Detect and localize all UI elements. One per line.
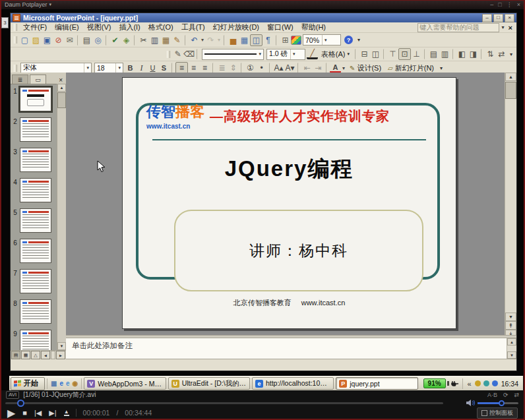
notes-scroll-down-icon[interactable]: ▼ [507, 351, 516, 359]
expand-all-icon[interactable]: ¶ [262, 35, 274, 45]
underline-button[interactable]: U [147, 63, 158, 73]
volume-thumb[interactable] [499, 400, 505, 406]
line-style-caret-icon[interactable]: ▾ [259, 51, 262, 57]
taskbar-clock[interactable]: 16:34 [501, 380, 518, 388]
thumbnail-9[interactable]: 9 [11, 330, 57, 350]
bullets-button[interactable]: • [256, 63, 267, 73]
slides-tab[interactable]: ▭ [30, 75, 46, 84]
italic-button[interactable]: I [136, 63, 147, 73]
player-close-icon[interactable]: × [517, 1, 520, 8]
ppt-restore-icon[interactable]: □ [493, 14, 503, 22]
eject-button[interactable]: ▲ [64, 409, 69, 416]
main-scrollbar[interactable]: ▲ ▼ ↟ ↡ [505, 73, 516, 338]
menu-help[interactable]: 帮助(H) [297, 22, 330, 32]
previous-slide-button[interactable]: ↟ [505, 321, 516, 330]
task-webappdom3[interactable]: V WebAppDom3 - Microsof... [84, 377, 166, 390]
toolbar-handle[interactable] [167, 51, 170, 58]
scroll-down-icon[interactable]: ▼ [505, 313, 516, 321]
slide-title[interactable]: JQuery编程 [123, 154, 456, 184]
border-color-icon[interactable]: ╱ [307, 49, 318, 59]
helpbox-caret-icon[interactable]: ▾ [502, 24, 505, 30]
save-icon[interactable]: ▣ [42, 35, 53, 45]
help-question-box[interactable]: 键入需要帮助的问题 [417, 23, 499, 32]
show-desktop-icon[interactable]: ▦ [51, 380, 57, 387]
thumbnail-preview[interactable] [20, 117, 51, 142]
task-localhost[interactable]: e http://localhost:1039/练... [252, 377, 334, 390]
color-grayscale-icon[interactable] [291, 36, 301, 45]
menu-file[interactable]: 文件(F) [19, 22, 51, 32]
video-area[interactable]: 3 Microsoft PowerPoint - [jquery.ppt] –□… [1, 9, 524, 390]
thumbnail-6[interactable]: 6 [11, 239, 57, 264]
notes-pane[interactable]: 单击此处添加备注 ▲ ▼ [66, 338, 516, 359]
thumbnail-8[interactable]: 8 [11, 299, 57, 325]
line-spacing-button[interactable]: ⇕ [228, 63, 239, 73]
menu-window[interactable]: 窗口(W) [263, 22, 297, 32]
ppt-minimize-icon[interactable]: – [482, 14, 492, 22]
thumbnail-4[interactable]: 4 [11, 178, 57, 204]
fill-right-icon[interactable]: ◨ [468, 49, 479, 59]
thumbnail-3[interactable]: 3 [11, 148, 57, 173]
decrease-font-button[interactable]: A▾ [284, 63, 295, 73]
prev-button[interactable]: |◀ [34, 409, 42, 417]
copy-icon[interactable]: ▥ [149, 35, 160, 45]
show-grid-icon[interactable]: ⊞ [280, 35, 291, 45]
slideshow-view-button[interactable]: △ [31, 351, 40, 359]
print-icon[interactable]: ▤ [81, 35, 92, 45]
center-vertical-icon[interactable]: ⊡ [398, 48, 411, 60]
format-painter-icon[interactable]: ✎ [171, 35, 183, 45]
numbering-button[interactable]: ① [245, 63, 256, 73]
stop-button[interactable]: ■ [22, 409, 27, 417]
redo-caret-icon[interactable]: ▾ [216, 35, 222, 45]
thumbnail-preview[interactable] [20, 178, 51, 202]
menu-view[interactable]: 视图(V) [83, 22, 115, 32]
media-quick-icon[interactable]: ◉ [73, 380, 78, 387]
menubar-handle[interactable] [14, 24, 17, 31]
undo-icon[interactable]: ↶ [189, 35, 200, 45]
play-button[interactable]: ▶ [7, 407, 15, 419]
ab-repeat-icon[interactable]: A·B [487, 392, 497, 398]
menu-format[interactable]: 格式(O) [144, 22, 177, 32]
thumbnail-preview[interactable] [20, 208, 51, 233]
fill-left-icon[interactable]: ◧ [456, 49, 468, 59]
font-size-combo[interactable]: 18 ▾ [94, 63, 123, 74]
toolbar-options-icon[interactable]: ▾ [510, 51, 512, 57]
toolbar-options-icon[interactable]: ▾ [357, 37, 360, 43]
player-titlebar[interactable]: Daum Potplayer ▾ –□⋮× [0, 0, 525, 9]
slide-edit-area[interactable]: 传智播客 www.itcast.cn —高级软件人才实作培训专家 JQuery编… [66, 73, 505, 335]
task-ultraedit[interactable]: U UltraEdit - [D:\我的文档... [168, 377, 250, 390]
seek-thumb[interactable] [17, 400, 24, 407]
volume-icon[interactable] [466, 400, 475, 406]
menu-slideshow[interactable]: 幻灯片放映(D) [209, 22, 263, 32]
hscroll-left-icon[interactable]: ◀ [41, 351, 50, 359]
open-icon[interactable]: ▨ [30, 35, 42, 45]
next-button[interactable]: ▶| [49, 409, 56, 417]
thumbnail-preview[interactable] [20, 330, 51, 350]
control-panel-button[interactable]: 控制面板 [477, 407, 518, 419]
seek-bar[interactable] [5, 402, 443, 404]
email-icon[interactable]: ✉ [64, 35, 75, 45]
pane-close-icon[interactable]: × [57, 76, 65, 84]
thumbnail-preview[interactable] [20, 239, 51, 263]
font-name-caret-icon[interactable]: ▾ [84, 63, 89, 73]
pane-scroll-thumb[interactable] [57, 92, 66, 108]
align-right-button[interactable]: ≡ [199, 63, 210, 73]
ppt-close-icon[interactable]: × [505, 14, 514, 22]
zoom-caret-icon[interactable]: ▾ [322, 35, 327, 45]
split-cells-icon[interactable]: ◫ [370, 49, 381, 59]
thumbnail-preview[interactable] [20, 299, 51, 324]
help-icon[interactable]: ? [344, 36, 353, 44]
permission-icon[interactable]: ⊘ [53, 35, 64, 45]
tray-audio-icon[interactable] [483, 380, 489, 386]
font-color-button[interactable]: A [330, 63, 341, 73]
player-maximize-icon[interactable]: □ [498, 1, 501, 8]
font-size-caret-icon[interactable]: ▾ [115, 63, 121, 73]
research-icon[interactable]: ◈ [121, 35, 132, 45]
distribute-cols-icon[interactable]: ▥ [439, 49, 450, 59]
normal-view-button[interactable]: ▤ [11, 351, 20, 359]
thumbnail-5[interactable]: 5 [11, 208, 57, 234]
sorter-view-button[interactable]: ▦ [21, 351, 30, 359]
toolbar-options-icon[interactable]: ▾ [440, 65, 443, 71]
pane-scroll-down-icon[interactable]: ▼ [57, 342, 66, 350]
msn-quick-icon[interactable]: e [66, 380, 70, 387]
thumbnail-7[interactable]: 7 [11, 269, 57, 295]
